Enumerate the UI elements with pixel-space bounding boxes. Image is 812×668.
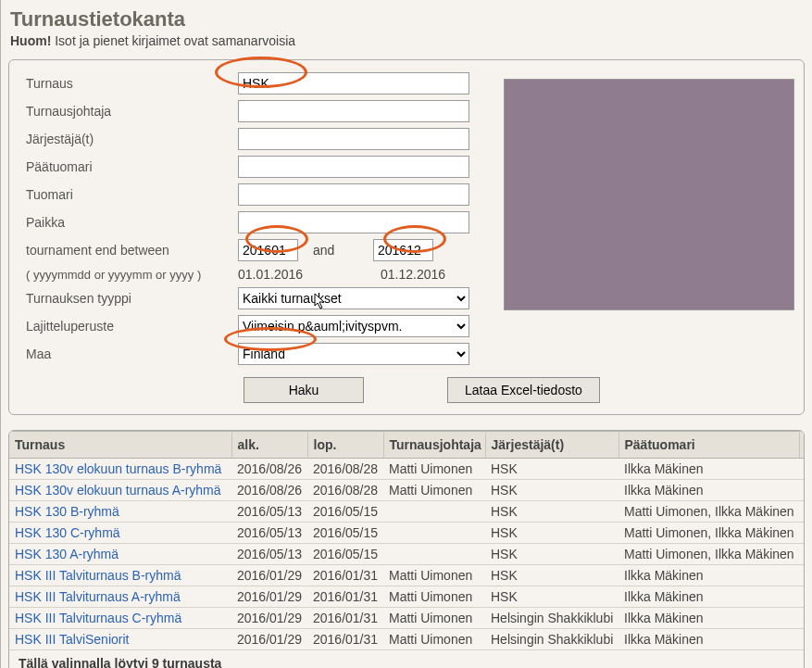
cell-lop: 2016/08/28 — [307, 480, 383, 501]
cell-tj: Matti Uimonen — [383, 565, 485, 586]
date-start-parsed: 01.01.2016 — [238, 267, 306, 282]
cell-tu: Re — [799, 608, 805, 629]
page-title: Turnaustietokanta — [1, 0, 812, 33]
th-jar[interactable]: Järjestäjä(t) — [485, 432, 618, 459]
search-form: Turnaus Turnausjohtaja Järjestäjä(t) Pää… — [8, 59, 805, 415]
cell-paa: Matti Uimonen, Ilkka Mäkinen — [618, 523, 799, 544]
cell-alk: 2016/01/29 — [231, 629, 307, 650]
cell-tu: M — [799, 523, 805, 544]
input-turnausjohtaja[interactable] — [238, 100, 469, 122]
th-paa[interactable]: Päätuomari — [618, 432, 799, 459]
table-row: HSK 130 A-ryhmä2016/05/132016/05/15HSKMa… — [9, 544, 805, 565]
label-lajittelu: Lajitteluperuste — [20, 319, 238, 334]
cell-tj — [383, 544, 485, 565]
cell-turnaus[interactable]: HSK III Talviturnaus B-ryhmä — [9, 565, 231, 586]
cell-tj — [383, 501, 485, 523]
cell-paa: Matti Uimonen, Ilkka Mäkinen — [618, 544, 799, 565]
input-turnaus[interactable] — [238, 72, 469, 95]
label-and: and — [306, 243, 366, 258]
cell-jar: HSK — [485, 565, 618, 586]
note-text: Isot ja pienet kirjaimet ovat samanarvoi… — [51, 33, 295, 48]
cell-turnaus[interactable]: HSK III Talviturnaus A-ryhmä — [9, 586, 231, 608]
table-row: HSK 130 C-ryhmä2016/05/132016/05/15HSKMa… — [9, 523, 805, 544]
table-row: HSK 130v elokuun turnaus A-ryhmä2016/08/… — [9, 480, 805, 501]
excel-button[interactable]: Lataa Excel-tiedosto — [447, 377, 600, 403]
cell-tj — [383, 523, 485, 544]
cell-tj: Matti Uimonen — [383, 586, 485, 608]
cell-lop: 2016/01/31 — [307, 629, 383, 650]
input-date-end[interactable] — [373, 239, 433, 261]
cell-paa: Ilkka Mäkinen — [618, 629, 799, 650]
cell-lop: 2016/05/15 — [307, 501, 383, 523]
cell-turnaus[interactable]: HSK 130v elokuun turnaus A-ryhmä — [9, 480, 231, 501]
cell-jar: HSK — [485, 586, 618, 608]
cell-alk: 2016/01/29 — [231, 586, 307, 608]
label-tyyppi: Turnauksen tyyppi — [20, 291, 238, 306]
cell-alk: 2016/05/13 — [231, 523, 307, 544]
cell-tj: Matti Uimonen — [383, 459, 485, 480]
cell-lop: 2016/08/28 — [307, 459, 383, 480]
cell-tu: Re — [799, 459, 805, 480]
cell-tu: M — [799, 501, 805, 523]
select-tyyppi[interactable]: Kaikki turnaukset — [238, 287, 469, 309]
table-row: HSK 130 B-ryhmä2016/05/132016/05/15HSKMa… — [9, 501, 805, 523]
cell-paa: Ilkka Mäkinen — [618, 480, 799, 501]
cell-tu: Re — [799, 629, 805, 650]
cell-jar: HSK — [485, 544, 618, 565]
cell-tu: Re — [799, 586, 805, 608]
cell-lop: 2016/05/15 — [307, 544, 383, 565]
cell-alk: 2016/05/13 — [231, 544, 307, 565]
date-end-parsed: 01.12.2016 — [381, 267, 445, 282]
cell-turnaus[interactable]: HSK 130 A-ryhmä — [9, 544, 231, 565]
cell-tu: Re — [799, 480, 805, 501]
cell-tj: Matti Uimonen — [383, 629, 485, 650]
label-turnaus: Turnaus — [20, 76, 238, 91]
label-maa: Maa — [20, 347, 238, 361]
cell-tj: Matti Uimonen — [383, 608, 485, 629]
preview-image — [504, 79, 794, 310]
cell-jar: HSK — [485, 480, 618, 501]
cell-turnaus[interactable]: HSK III TalviSeniorit — [9, 629, 231, 650]
note-bold: Huom! — [10, 33, 51, 48]
cell-paa: Matti Uimonen, Ilkka Mäkinen — [618, 501, 799, 523]
label-turnausjohtaja: Turnausjohtaja — [20, 104, 238, 119]
cell-jar: HSK — [485, 523, 618, 544]
cell-jar: HSK — [485, 459, 618, 480]
th-alk[interactable]: alk. — [231, 432, 307, 459]
label-paikka: Paikka — [20, 215, 238, 230]
cell-alk: 2016/01/29 — [231, 565, 307, 586]
cell-lop: 2016/01/31 — [307, 608, 383, 629]
note-line: Huom! Isot ja pienet kirjaimet ovat sama… — [1, 33, 812, 56]
input-jarjestajat[interactable] — [238, 128, 469, 150]
cell-alk: 2016/05/13 — [231, 501, 307, 523]
cell-paa: Ilkka Mäkinen — [618, 608, 799, 629]
th-turnaus[interactable]: Turnaus — [9, 432, 231, 459]
results-container: Turnaus alk. lop. Turnausjohtaja Järjest… — [8, 430, 805, 668]
cell-jar: Helsingin Shakkiklubi — [485, 629, 618, 650]
cell-paa: Ilkka Mäkinen — [618, 565, 799, 586]
cell-alk: 2016/08/26 — [231, 459, 307, 480]
cell-turnaus[interactable]: HSK 130 B-ryhmä — [9, 501, 231, 523]
select-lajittelu[interactable]: Viimeisin p&auml;ivityspvm. — [238, 315, 469, 337]
th-tj[interactable]: Turnausjohtaja — [383, 432, 485, 459]
table-row: HSK III Talviturnaus C-ryhmä2016/01/2920… — [9, 608, 805, 629]
input-tuomari[interactable] — [238, 183, 469, 206]
select-maa[interactable]: Finland — [238, 343, 469, 365]
cell-lop: 2016/01/31 — [307, 565, 383, 586]
input-paikka[interactable] — [238, 211, 469, 233]
cell-turnaus[interactable]: HSK 130v elokuun turnaus B-ryhmä — [9, 459, 231, 480]
th-tu[interactable]: Tu — [799, 432, 805, 459]
cell-tj: Matti Uimonen — [383, 480, 485, 501]
th-lop[interactable]: lop. — [307, 432, 383, 459]
input-paatuomari[interactable] — [238, 156, 469, 178]
input-date-start[interactable] — [238, 239, 298, 261]
label-tuomari: Tuomari — [20, 187, 238, 202]
label-paatuomari: Päätuomari — [20, 159, 238, 174]
label-end-between: tournament end between — [20, 243, 238, 258]
cell-tu: Re — [799, 565, 805, 586]
cell-lop: 2016/01/31 — [307, 586, 383, 608]
results-count: Tällä valinnalla löytyi 9 turnausta — [9, 650, 804, 668]
cell-turnaus[interactable]: HSK 130 C-ryhmä — [9, 523, 231, 544]
search-button[interactable]: Haku — [244, 377, 364, 403]
cell-turnaus[interactable]: HSK III Talviturnaus C-ryhmä — [9, 608, 231, 629]
